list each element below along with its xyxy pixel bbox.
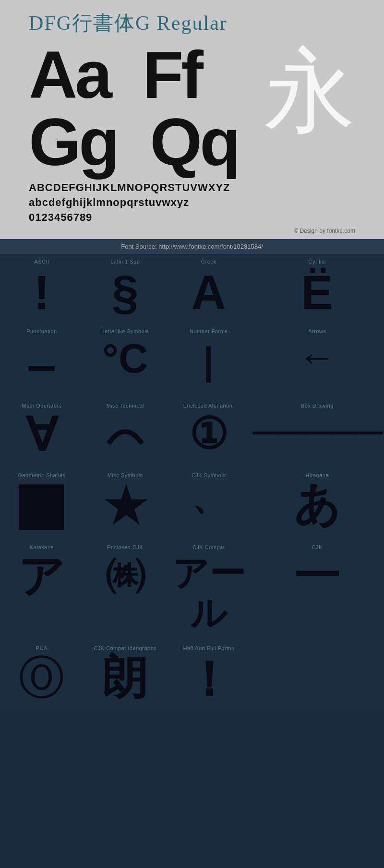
char-symbol-katakana: ア: [18, 554, 65, 600]
char-label-cjksymbols: CJK Symbols: [192, 472, 226, 478]
character-grid: ASCII ! Latin 1 Sup § Greek Α Cyrillic Ё…: [0, 254, 384, 710]
char-cell-pua: PUA Ⓞ: [0, 640, 84, 710]
char-label-arrows: Arrows: [308, 328, 326, 334]
uppercase-line: ABCDEFGHIJKLMNOPQRSTUVWXYZ: [29, 181, 355, 195]
char-symbol-cjk: 一: [294, 554, 340, 600]
dark-section: Font Source: http://www.fontke.com/font/…: [0, 239, 384, 710]
char-symbol-pua: Ⓞ: [19, 655, 64, 700]
char-symbol-numberforms: I: [201, 338, 216, 391]
char-cell-cjksymbols: CJK Symbols 、: [167, 468, 251, 540]
char-symbol-misctechnical: [104, 412, 147, 460]
char-cell-cjk: CJK 一: [251, 540, 384, 640]
char-symbol-arrows: ←: [298, 338, 336, 376]
char-label-miscsymbols: Misc Symbols: [108, 472, 143, 478]
char-symbol-ascii: !: [34, 268, 49, 316]
char-cell-greek: Greek Α: [167, 254, 251, 324]
char-cell-hiragana: Hiragana あ: [251, 468, 384, 540]
char-label-boxdrawing: Box Drawing: [301, 403, 334, 409]
char-label-cjkcompat: CJK Compat: [192, 544, 225, 550]
char-label-pua: PUA: [36, 645, 48, 651]
char-symbol-cjksymbols: 、: [192, 482, 226, 516]
char-cell-halffulforms: Half And Full Forms ！: [167, 640, 251, 710]
char-cell-enclosedcjk: Enclosed CJK ㈱: [84, 540, 167, 640]
big-letters-container: Aa FfGg Qq 永: [29, 41, 355, 176]
kanji-sample: 永: [264, 46, 355, 137]
char-cell-enclosedal: Enclosed Alphanum ①: [167, 398, 251, 468]
char-symbol-cjkcompat: アール: [172, 554, 245, 633]
char-label-cyrillic: Cyrillic: [309, 259, 326, 265]
char-symbol-cjkcompatideo: 朗: [102, 655, 148, 700]
char-label-katakana: Katakana: [30, 544, 54, 550]
char-label-numberforms: Number Forms: [190, 328, 228, 334]
char-label-latin1sup: Latin 1 Sup: [110, 259, 140, 265]
char-cell-misctechnical: Misc Technical: [84, 398, 167, 468]
char-label-halffulforms: Half And Full Forms: [183, 645, 234, 651]
char-cell-ascii: ASCII !: [0, 254, 84, 324]
font-title: DFG行書体G Regular: [29, 10, 355, 36]
char-label-greek: Greek: [201, 259, 216, 265]
char-symbol-greek: Α: [192, 268, 226, 316]
char-symbol-latin1sup: §: [112, 268, 139, 316]
char-label-cjk: CJK: [312, 544, 323, 550]
char-symbol-enclosedal: ①: [189, 412, 228, 456]
char-label-punctuation: Punctuation: [26, 328, 57, 334]
char-symbol-cyrillic: Ё: [301, 268, 333, 316]
char-cell-boxdrawing: Box Drawing ─────: [251, 398, 384, 468]
char-label-geoshapes: Geometric Shapes: [18, 472, 65, 478]
lowercase-line: abcdefghijklmnopqrstuvwxyz: [29, 195, 355, 210]
char-label-cjkcompatideo: CJK Compat Ideographs: [94, 645, 156, 651]
char-symbol-geoshapes: [19, 484, 64, 530]
char-cell-miscsymbols: Misc Symbols ★: [84, 468, 167, 540]
char-symbol-miscsymbols: ★: [104, 482, 147, 530]
char-label-enclosedal: Enclosed Alphanum: [183, 403, 234, 409]
char-label-letterlike: Letterlike Symbols: [101, 328, 149, 334]
char-cell-punctuation: Punctuation –: [0, 324, 84, 398]
design-credit: © Design by fontke.com: [29, 228, 355, 234]
char-symbol-mathops: ∀: [26, 412, 57, 458]
char-label-ascii: ASCII: [34, 259, 49, 265]
char-cell-cjkcompatideo: CJK Compat Ideographs 朗: [84, 640, 167, 710]
char-cell-mathops: Math Operators ∀: [0, 398, 84, 468]
digits-line: 0123456789: [29, 210, 355, 225]
char-cell-letterlike: Letterlike Symbols °C: [84, 324, 167, 398]
char-symbol-punctuation: –: [27, 338, 56, 391]
char-label-hiragana: Hiragana: [305, 472, 329, 478]
preview-area: DFG行書体G Regular Aa FfGg Qq 永 ABCDEFGHIJK…: [0, 0, 384, 239]
char-cell-katakana: Katakana ア: [0, 540, 84, 640]
char-cell-geoshapes: Geometric Shapes: [0, 468, 84, 540]
sample-letters: Aa FfGg Qq: [29, 41, 239, 176]
char-cell-empty: [251, 640, 384, 710]
char-cell-cyrillic: Cyrillic Ё: [251, 254, 384, 324]
char-cell-arrows: Arrows ←: [251, 324, 384, 398]
font-source: Font Source: http://www.fontke.com/font/…: [0, 239, 384, 254]
char-symbol-enclosedcjk: ㈱: [105, 554, 145, 595]
char-symbol-letterlike: °C: [102, 338, 148, 379]
char-label-misctechnical: Misc Technical: [107, 403, 144, 409]
char-label-enclosedcjk: Enclosed CJK: [107, 544, 143, 550]
char-label-mathops: Math Operators: [22, 403, 61, 409]
char-cell-latin1sup: Latin 1 Sup §: [84, 254, 167, 324]
char-cell-cjkcompat: CJK Compat アール: [167, 540, 251, 640]
char-symbol-boxdrawing: ─────: [253, 412, 382, 451]
char-symbol-halffulforms: ！: [185, 655, 233, 703]
char-cell-numberforms: Number Forms I: [167, 324, 251, 398]
alphabet-section: ABCDEFGHIJKLMNOPQRSTUVWXYZ abcdefghijklm…: [29, 181, 355, 225]
char-symbol-hiragana: あ: [294, 482, 340, 528]
